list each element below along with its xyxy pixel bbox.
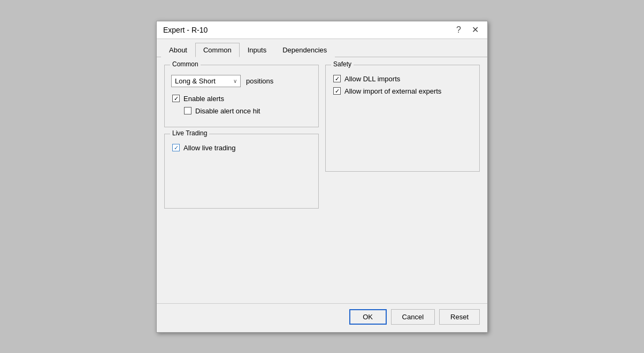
tab-about[interactable]: About [161, 43, 195, 57]
close-button[interactable]: ✕ [470, 26, 481, 34]
dropdown-arrow-icon: ∨ [233, 78, 237, 84]
dialog-footer: OK Cancel Reset [157, 303, 487, 332]
safety-group-label: Safety [331, 60, 354, 68]
title-bar: Expert - R-10 ? ✕ [157, 21, 487, 39]
title-buttons: ? ✕ [454, 26, 481, 34]
common-group-label: Common [170, 60, 201, 68]
expert-dialog: Expert - R-10 ? ✕ About Common Inputs De… [156, 21, 488, 333]
ok-button[interactable]: OK [349, 309, 387, 325]
live-trading-content: Allow live trading [171, 144, 312, 152]
disable-alert-row: Disable alert once hit [184, 107, 312, 115]
live-trading-group: Live Trading Allow live trading [164, 134, 319, 209]
help-button[interactable]: ? [454, 26, 463, 34]
allow-dll-label: Allow DLL imports [344, 75, 400, 83]
allow-import-external-label: Allow import of external experts [344, 87, 441, 95]
disable-alert-label: Disable alert once hit [195, 107, 260, 115]
allow-dll-row: Allow DLL imports [333, 75, 473, 83]
dropdown-value: Long & Short [175, 77, 216, 85]
left-panel: Common Long & Short ∨ positions Enable a… [164, 65, 319, 296]
enable-alerts-row: Enable alerts [172, 95, 312, 103]
dropdown-row: Long & Short ∨ positions [171, 75, 312, 87]
positions-dropdown[interactable]: Long & Short ∨ [171, 75, 241, 87]
dialog-body: Common Long & Short ∨ positions Enable a… [157, 57, 487, 303]
tab-inputs[interactable]: Inputs [240, 43, 274, 57]
reset-button[interactable]: Reset [439, 309, 480, 325]
right-panel: Safety Allow DLL imports Allow import of… [325, 65, 480, 296]
cancel-button[interactable]: Cancel [391, 309, 435, 325]
disable-alert-checkbox[interactable] [184, 107, 191, 114]
tab-common[interactable]: Common [195, 43, 240, 57]
allow-live-trading-row: Allow live trading [172, 144, 312, 152]
common-group-content: Long & Short ∨ positions Enable alerts D… [171, 75, 312, 115]
enable-alerts-label: Enable alerts [183, 95, 224, 103]
allow-import-external-checkbox[interactable] [333, 87, 341, 95]
enable-alerts-checkbox[interactable] [172, 95, 180, 102]
allow-dll-checkbox[interactable] [333, 75, 341, 82]
allow-import-external-row: Allow import of external experts [333, 87, 473, 95]
allow-live-trading-checkbox[interactable] [172, 144, 180, 151]
common-group: Common Long & Short ∨ positions Enable a… [164, 65, 319, 127]
live-trading-label: Live Trading [170, 129, 209, 137]
tab-dependencies[interactable]: Dependencies [274, 43, 335, 57]
safety-group: Safety Allow DLL imports Allow import of… [325, 65, 480, 172]
tab-bar: About Common Inputs Dependencies [157, 39, 487, 57]
dialog-title: Expert - R-10 [163, 26, 208, 34]
positions-label: positions [246, 77, 273, 85]
allow-live-trading-label: Allow live trading [183, 144, 236, 152]
safety-group-content: Allow DLL imports Allow import of extern… [332, 75, 473, 95]
